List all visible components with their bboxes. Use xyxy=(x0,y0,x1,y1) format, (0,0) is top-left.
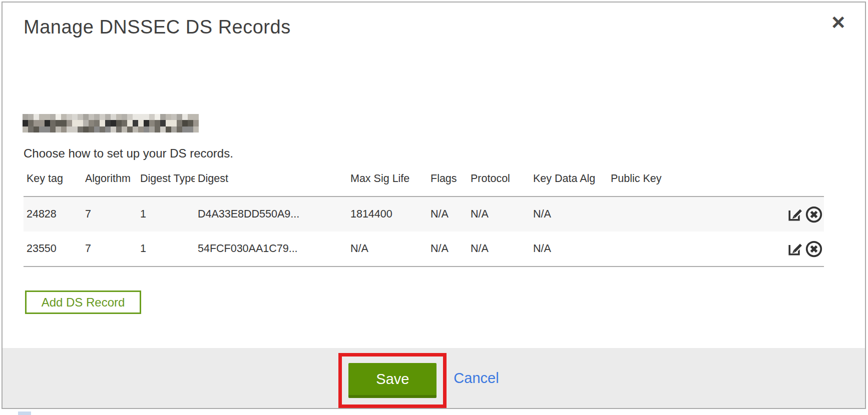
ds-records-table: Key tagAlgorithmDigest TypeDigestMax Sig… xyxy=(24,168,824,267)
table-cell: 1 xyxy=(137,196,195,232)
table-row: 235507154FCF030AA1C79...N/AN/AN/AN/A xyxy=(24,232,824,266)
table-cell: N/A xyxy=(530,232,608,266)
row-actions xyxy=(749,196,824,232)
column-header-digest: Digest xyxy=(195,168,347,196)
table-header-row: Key tagAlgorithmDigest TypeDigestMax Sig… xyxy=(24,168,824,196)
table-cell: 7 xyxy=(82,196,137,232)
column-header-flags: Flags xyxy=(427,168,468,196)
table-cell xyxy=(608,232,749,266)
table-cell: N/A xyxy=(468,232,530,266)
save-button[interactable]: Save xyxy=(348,363,437,398)
row-actions xyxy=(749,232,824,266)
table-cell: 1814400 xyxy=(347,196,427,232)
edit-icon[interactable] xyxy=(786,206,804,224)
table-cell: 24828 xyxy=(24,196,82,232)
table-cell xyxy=(608,196,749,232)
column-header-public-key: Public Key xyxy=(608,168,749,196)
background-page-artifact xyxy=(18,412,31,415)
table-cell: N/A xyxy=(427,196,468,232)
dialog-footer: Save Cancel xyxy=(3,348,865,408)
delete-icon[interactable] xyxy=(805,206,823,224)
column-header-max-sig-life: Max Sig Life xyxy=(347,168,427,196)
annotation-highlight-rectangle: Save xyxy=(338,353,447,408)
column-header-protocol: Protocol xyxy=(468,168,530,196)
table-cell: 1 xyxy=(137,232,195,266)
cancel-link[interactable]: Cancel xyxy=(454,370,499,386)
table-cell: 54FCF030AA1C79... xyxy=(195,232,347,266)
close-icon[interactable]: × xyxy=(831,10,845,34)
table-row: 2482871D4A33E8DD550A9...1814400N/AN/AN/A xyxy=(24,196,824,232)
table-cell: N/A xyxy=(530,196,608,232)
redacted-domain-name xyxy=(23,114,199,132)
edit-icon[interactable] xyxy=(786,240,804,258)
column-header-algorithm: Algorithm xyxy=(82,168,137,196)
table-cell: D4A33E8DD550A9... xyxy=(195,196,347,232)
table-cell: N/A xyxy=(468,196,530,232)
table-cell: 7 xyxy=(82,232,137,266)
instruction-text: Choose how to set up your DS records. xyxy=(24,146,233,160)
column-header-digest-type: Digest Type xyxy=(137,168,195,196)
add-ds-record-button[interactable]: Add DS Record xyxy=(25,290,141,314)
delete-icon[interactable] xyxy=(805,240,823,258)
table-cell: 23550 xyxy=(24,232,82,266)
dialog-title: Manage DNSSEC DS Records xyxy=(24,16,291,38)
column-header-key-data-alg: Key Data Alg xyxy=(530,168,608,196)
manage-dnssec-dialog: Manage DNSSEC DS Records × Choose how to… xyxy=(2,2,866,409)
column-header-key-tag: Key tag xyxy=(24,168,82,196)
table-cell: N/A xyxy=(427,232,468,266)
ds-records-body: 2482871D4A33E8DD550A9...1814400N/AN/AN/A… xyxy=(24,196,824,266)
table-cell: N/A xyxy=(347,232,427,266)
